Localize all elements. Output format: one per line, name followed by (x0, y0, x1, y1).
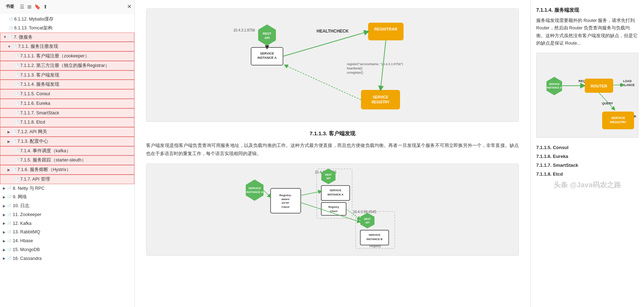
sidebar-item-label: 6.1.12. Mybatis缓存 (14, 16, 54, 23)
bookmark-icon: 📄 (9, 25, 13, 31)
sidebar-item-6.1.12[interactable]: 📄6.1.12. Mybatis缓存 (0, 15, 134, 24)
sidebar-item-12[interactable]: ▶📄12. Kafka (0, 219, 134, 228)
sidebar-item-7.1.1.7[interactable]: 📄7.1.1.7. SmartStack (0, 108, 134, 118)
bookmark-icon: 📄 (7, 194, 11, 200)
sidebar: 书签 ☰ ⊞ 🔖 ⬆ ✕ 📄6.1.12. Mybatis缓存📄6.1.13. … (0, 0, 135, 307)
right-hex-service-a (546, 77, 562, 95)
svg-text:INSTANCE A: INSTANCE A (547, 86, 562, 89)
sidebar-item-7.1.1.1[interactable]: 📄7.1.1.1. 客户端注册（zookeeper） (0, 51, 134, 61)
svg-text:API: API (264, 36, 270, 40)
arrow-icon: ▶ (3, 247, 6, 252)
sidebar-item-15[interactable]: ▶📄15. MongoDB (0, 245, 134, 254)
healthcheck-label: HEALTHCHECK (316, 29, 349, 34)
sidebar-item-7.1.5[interactable]: 📄7.1.5. 服务跟踪（starter-sleuth） (0, 155, 134, 165)
right-paragraph: 服务端发现需要额外的 Router 服务，请求先打到 Router，然后由 Ro… (536, 17, 638, 47)
sidebar-item-7.1.6[interactable]: ▶📄7.1.6. 服务熔断（Hystrix） (0, 165, 134, 175)
sidebar-item-7.1.1.2[interactable]: 📄7.1.1.2. 第三方注册（独立的服务Registrar） (0, 61, 134, 70)
bookmark-list-icon[interactable]: ☰ (20, 4, 24, 10)
svg-line-11 (285, 65, 361, 100)
sidebar-item-7.1.2[interactable]: ▶📄7.1.2. API 网关 (0, 127, 134, 137)
diagram-client-discovery: 10.4.3.1:8756 10.4.3.99:4545 SERVICE INS… (146, 164, 519, 256)
sidebar-item-14[interactable]: ▶📄14. Hbase (0, 237, 134, 245)
sidebar-item-16[interactable]: ▶📄16. Cassandra (0, 254, 134, 263)
sidebar-item-7.1.1.4[interactable]: 📄7.1.1.4. 服务端发现 (0, 80, 134, 89)
sidebar-item-7.1.1.6[interactable]: 📄7.1.1.6. Eureka (0, 99, 134, 108)
sidebar-item-label: 7. 微服务 (14, 34, 33, 41)
svg-text:HTTP: HTTP (282, 201, 289, 205)
sidebar-item-label: 7.1.3. 配置中心 (17, 138, 48, 145)
sidebar-item-label: 7.1.7. API 管理 (20, 176, 50, 183)
sidebar-item-7.1.1.3[interactable]: 📄7.1.1.3. 客户端发现 (0, 70, 134, 80)
bookmark-icon: 📄 (12, 129, 16, 135)
right-subsection-7.1.1.6: 7.1.1.6. Eureka (536, 154, 638, 159)
arrow-icon: ▼ (3, 34, 7, 40)
registry-aware-box (271, 188, 301, 213)
svg-line-28 (263, 190, 271, 197)
bookmark-icon: 📄 (15, 110, 19, 115)
sidebar-item-label: 7.1.1.4. 服务端发现 (20, 81, 59, 88)
bookmark-icon: 📄 (7, 256, 11, 261)
bookmark-icon: 📄 (15, 63, 19, 68)
add-bookmark-icon[interactable]: ⊞ (27, 4, 32, 10)
svg-text:SERVICE: SERVICE (611, 116, 625, 120)
sidebar-item-label: 7.1.1.1. 客户端注册（zookeeper） (20, 53, 89, 59)
sidebar-item-7[interactable]: ▼📄7. 微服务 (0, 33, 134, 42)
sidebar-item-label: 16. Cassandra (13, 255, 41, 262)
main-content: 10.4.3.1:8756 REST API SERVICE INSTANCE … (135, 0, 531, 307)
svg-text:INSTANCE A: INSTANCE A (257, 56, 277, 59)
bookmark-icon: 📄 (15, 177, 19, 182)
arrow-icon: ▶ (3, 238, 6, 244)
registry-bottom-text: Registry (369, 244, 381, 248)
svg-line-9 (283, 32, 368, 56)
sidebar-item-7.1.1.5[interactable]: 📄7.1.1.5. Consul (0, 89, 134, 99)
svg-text:SERVICE: SERVICE (368, 233, 380, 237)
sidebar-item-11[interactable]: ▶📄11. Zookeeper (0, 210, 134, 219)
sidebar-item-8[interactable]: ▶📄8. Netty 与 RPC (0, 184, 134, 193)
sidebar-item-7.1.1.8[interactable]: 📄7.1.1.8. Etcd (0, 118, 134, 127)
sidebar-item-label: 10. 日志 (13, 203, 29, 209)
sidebar-item-label: 7.1.1.5. Consul (20, 91, 50, 97)
sidebar-item-label: 13. RabbitMQ (13, 229, 40, 235)
svg-text:REST: REST (364, 218, 371, 220)
sidebar-label: 书签 (3, 2, 17, 11)
right-diagram-server-discovery: SERVICE INSTANCE A REQUEST ROUTER LOAD B… (536, 53, 638, 138)
hex-service-a-left (246, 180, 263, 201)
svg-text:INSTANCE A: INSTANCE A (327, 193, 344, 196)
sidebar-item-label: 7.1.1.8. Etcd (20, 119, 45, 126)
sidebar-item-13[interactable]: ▶📄13. RabbitMQ (0, 228, 134, 237)
sidebar-item-7.1.1[interactable]: ▼📄7.1.1. 服务注册发现 (0, 42, 134, 51)
save-icon[interactable]: 🔖 (34, 4, 40, 10)
sidebar-item-7.1.7[interactable]: 📄7.1.7. API 管理 (0, 175, 134, 184)
right-subsections: 7.1.1.5. Consul7.1.1.6. Eureka7.1.1.7. S… (536, 145, 638, 177)
sidebar-item-label: 15. MongoDB (13, 246, 40, 253)
bookmark-icon: 📄 (7, 203, 11, 209)
svg-text:Registry: Registry (328, 205, 339, 209)
svg-text:INSTANCE A: INSTANCE A (246, 191, 263, 194)
svg-text:SERVICE: SERVICE (373, 95, 388, 99)
svg-text:REST: REST (262, 32, 271, 35)
load-balance-label: LOAD (623, 79, 632, 83)
arrow-icon: ▶ (7, 167, 10, 172)
right-subsection-7.1.1.5: 7.1.1.5. Consul (536, 145, 638, 150)
bookmark-icon: 📄 (7, 212, 11, 217)
svg-text:REGISTRY: REGISTRY (610, 120, 626, 124)
sidebar-item-9[interactable]: ▶📄9. 网络 (0, 193, 134, 201)
bookmark-icon: 📄 (15, 53, 19, 59)
sidebar-item-label: 7.1.5. 服务跟踪（starter-sleuth） (20, 157, 86, 164)
registrar-box (368, 23, 404, 40)
svg-text:aware: aware (281, 198, 289, 201)
svg-line-38 (599, 93, 615, 110)
sidebar-item-label: 7.1.1. 服务注册发现 (18, 43, 58, 50)
register-text: register("serviceName, "10.4.3.1:8756") (347, 62, 403, 66)
share-icon[interactable]: ⬆ (43, 4, 48, 10)
sidebar-item-10[interactable]: ▶📄10. 日志 (0, 201, 134, 210)
section-7113-title: 7.1.1.3. 客户端发现 (146, 130, 519, 137)
sidebar-item-7.1.4[interactable]: 📄7.1.4. 事件调度（kafka） (0, 146, 134, 156)
toolbar-left: 书签 ☰ ⊞ 🔖 ⬆ (3, 2, 48, 11)
right-subsection-number: 7.1.1.8. Etcd (536, 171, 563, 177)
close-icon[interactable]: ✕ (127, 3, 132, 10)
bookmark-icon: 📄 (15, 91, 19, 97)
sidebar-item-6.1.13[interactable]: 📄6.1.13. Tomcat架构 (0, 24, 134, 33)
svg-text:SERVICE: SERVICE (248, 187, 261, 190)
sidebar-item-7.1.3[interactable]: ▶📄7.1.3. 配置中心 (0, 137, 134, 146)
